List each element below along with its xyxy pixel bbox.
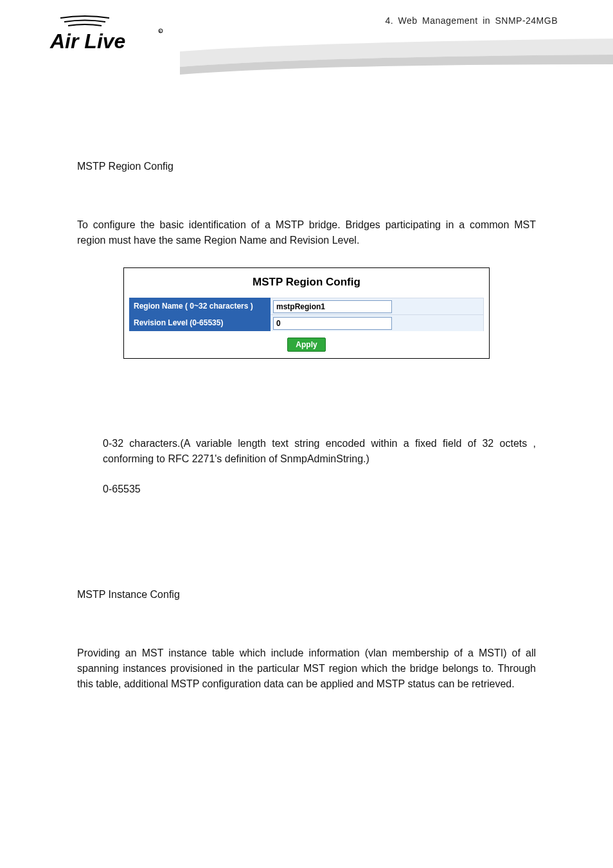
section-intro-instance: Providing an MST instance table which in… [77,646,536,692]
section-title-instance: MSTP Instance Config [77,589,536,601]
page-header: Air Live R 4. Web Management in SNMP-24M… [0,0,613,77]
revision-level-input[interactable] [273,317,392,330]
revision-level-label: Revision Level (0-65535) [129,314,271,331]
mstp-region-config-panel: MSTP Region Config Region Name ( 0~32 ch… [123,267,490,359]
config-row-region-name: Region Name ( 0~32 characters ) [129,298,484,314]
section-title-region: MSTP Region Config [77,161,536,172]
apply-button[interactable]: Apply [287,338,325,352]
config-panel-title: MSTP Region Config [129,272,484,298]
param-revision-level-text: 0-65535 [103,484,536,495]
svg-text:R: R [159,30,162,33]
svg-text:Air Live: Air Live [49,30,125,53]
brand-logo: Air Live R [46,13,168,60]
revision-level-cell [271,314,484,331]
param-revision-level: 0-65535 [77,484,536,495]
apply-row: Apply [129,331,484,352]
param-region-name-text: 0-32 characters.(A variable length text … [103,436,536,467]
region-name-label: Region Name ( 0~32 characters ) [129,298,271,314]
param-region-name: 0-32 characters.(A variable length text … [77,436,536,467]
region-name-input[interactable] [273,300,392,313]
page-content: MSTP Region Config To configure the basi… [0,77,613,737]
header-swoosh [180,39,613,77]
chapter-title: 4. Web Management in SNMP-24MGB [386,15,558,26]
section-intro-region: To configure the basic identification of… [77,217,536,248]
config-row-revision-level: Revision Level (0-65535) [129,314,484,331]
region-name-cell [271,298,484,314]
